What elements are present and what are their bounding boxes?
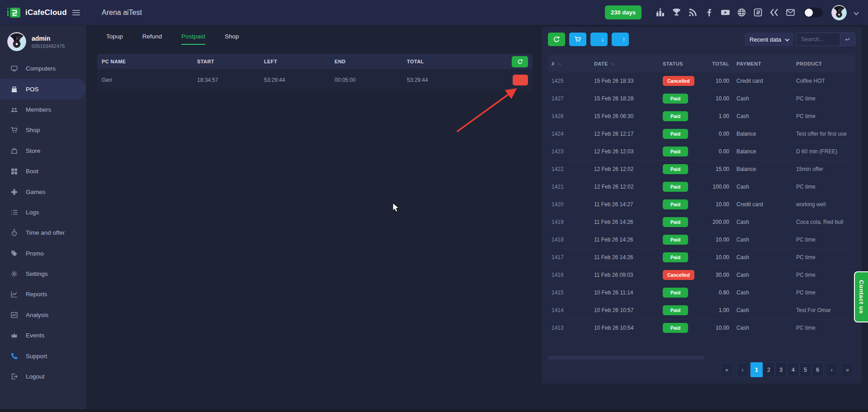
- order-total: 0.60: [711, 289, 729, 296]
- order-total: 0.00: [711, 131, 729, 137]
- theme-toggle[interactable]: [804, 8, 823, 17]
- order-row: 1421 12 Feb 26 12:02 Paid 100.00 Cash PC…: [548, 178, 855, 196]
- sidebar-item-computers[interactable]: Computers: [0, 58, 86, 79]
- postpaid-refresh-button[interactable]: [512, 56, 528, 67]
- tab-topup[interactable]: Topup: [106, 33, 123, 45]
- left-cell: 53:29:44: [264, 77, 335, 83]
- leaderboard-icon[interactable]: [656, 8, 665, 17]
- sort-icon[interactable]: ↑↓: [611, 62, 614, 66]
- page-5[interactable]: 5: [799, 362, 811, 377]
- globe-icon[interactable]: [737, 8, 746, 17]
- page-1[interactable]: 1: [750, 362, 763, 377]
- status-badge: Paid: [663, 217, 688, 227]
- order-payment: Balance: [729, 131, 788, 137]
- cancel-postpaid-button[interactable]: [513, 75, 528, 85]
- status-badge: Paid: [663, 199, 688, 209]
- order-payment: Cash: [729, 113, 788, 119]
- icafecloud-logo-icon: [7, 6, 21, 19]
- order-id: 1426: [552, 113, 591, 119]
- mail-icon[interactable]: [786, 8, 795, 17]
- rss-icon[interactable]: [688, 8, 698, 17]
- chevron-down-icon[interactable]: [854, 10, 859, 15]
- page-first[interactable]: «: [721, 362, 733, 377]
- contact-us-button[interactable]: Contact us: [854, 271, 868, 322]
- order-product: D 60 min (FREE): [788, 148, 852, 155]
- order-total: 10.00: [711, 95, 729, 102]
- order-date: 12 Feb 26 12:03: [591, 148, 659, 155]
- sidebar-item-reports[interactable]: Reports: [0, 284, 86, 304]
- sidebar-item-pos[interactable]: POS: [0, 79, 86, 99]
- page-2[interactable]: 2: [763, 362, 775, 377]
- sidebar-item-members[interactable]: Members: [0, 99, 86, 120]
- order-date: 11 Feb 26 14:26: [591, 254, 659, 260]
- order-row: 1422 12 Feb 26 12:02 Paid 15.00 Balance …: [548, 161, 855, 178]
- sidebar-item-logout[interactable]: Logout: [0, 366, 86, 387]
- main-content: Topup Refund Postpaid Shop PC NAME START…: [86, 25, 868, 412]
- order-row: 1417 11 Feb 26 14:26 Paid 10.00 Cash PC …: [548, 249, 855, 266]
- sidebar-item-boot[interactable]: Boot: [0, 161, 86, 181]
- column-header: PRODUCT ↑↓: [788, 61, 852, 66]
- order-date: 10 Feb 26 10:57: [591, 307, 659, 313]
- horizontal-scrollbar[interactable]: [548, 356, 704, 360]
- page-3[interactable]: 3: [775, 362, 787, 377]
- status-badge: Cancelled: [663, 270, 694, 280]
- search-submit-button[interactable]: ↵: [840, 33, 855, 46]
- sidebar-item-games[interactable]: Games: [0, 181, 86, 202]
- page-4[interactable]: 4: [787, 362, 799, 377]
- status-badge: Paid: [663, 252, 688, 262]
- page-6[interactable]: 6: [811, 362, 824, 377]
- order-product: Test offer for first use: [788, 131, 852, 137]
- order-total: 10.00: [711, 325, 729, 331]
- facebook-icon[interactable]: [704, 8, 714, 17]
- order-id: 1415: [552, 289, 591, 296]
- page-last[interactable]: »: [841, 362, 854, 377]
- column-header: DATE ↑↓: [591, 61, 659, 66]
- sidebar-item-time-and-offer[interactable]: Time and offer: [0, 223, 86, 243]
- sidebar-item-shop[interactable]: Shop: [0, 120, 86, 140]
- column-header: # ↑↓: [552, 61, 591, 66]
- sidebar-item-analysis[interactable]: Analysis: [0, 305, 86, 325]
- sidebar-item-support[interactable]: Support: [0, 346, 86, 366]
- column-header: START: [197, 59, 264, 64]
- icafecloud-app-icon[interactable]: [753, 8, 763, 17]
- tab-shop[interactable]: Shop: [225, 33, 239, 45]
- search-input[interactable]: [797, 33, 840, 46]
- page-next[interactable]: ›: [826, 362, 838, 377]
- download-button[interactable]: ↓: [590, 33, 608, 46]
- license-days-badge[interactable]: 230 days: [605, 5, 642, 19]
- sidebar-avatar[interactable]: [7, 32, 26, 51]
- order-payment: Cash: [729, 289, 788, 296]
- orders-toolbar: ↓ ↑ Recent data ↵: [548, 33, 855, 46]
- cart-button[interactable]: [569, 33, 586, 46]
- sidebar-item-logs[interactable]: Logs: [0, 202, 86, 223]
- tab-postpaid[interactable]: Postpaid: [181, 33, 205, 45]
- sidebar-item-events[interactable]: Events: [0, 325, 86, 346]
- swoosh-logo-icon[interactable]: [769, 8, 779, 17]
- page-prev[interactable]: ‹: [736, 362, 749, 377]
- order-total: 15.00: [711, 166, 729, 172]
- recent-data-select[interactable]: Recent data: [745, 33, 793, 46]
- pagination: « ‹ 1 2 3 4 5 6 › »: [548, 362, 855, 377]
- refresh-button[interactable]: [548, 33, 565, 46]
- status-badge: Paid: [663, 323, 688, 333]
- order-payment: Credit card: [729, 201, 788, 208]
- sidebar-item-settings[interactable]: Settings: [0, 264, 86, 284]
- menu-toggle-icon[interactable]: [72, 9, 80, 17]
- trophy-icon[interactable]: [672, 8, 681, 17]
- order-row: 1425 15 Feb 26 18:33 Cancelled 10.00 Cre…: [548, 72, 855, 90]
- sidebar-nav: Computers POS Members Shop Store: [0, 58, 86, 387]
- sidebar-item-promo[interactable]: Promo: [0, 243, 86, 264]
- order-product: PC time: [788, 254, 852, 260]
- order-payment: Cash: [729, 272, 788, 278]
- pos-tabs: Topup Refund Postpaid Shop: [106, 33, 533, 45]
- tab-refund[interactable]: Refund: [142, 33, 162, 45]
- youtube-icon[interactable]: [721, 8, 730, 17]
- upload-button[interactable]: ↑: [612, 33, 629, 46]
- sort-icon[interactable]: ↑↓: [558, 62, 561, 66]
- column-header: STATUS ↑↓: [659, 61, 711, 66]
- sidebar-item-store[interactable]: Store: [0, 141, 86, 161]
- topbar: iCafeCloud Arena aiTest 230 days: [0, 0, 868, 25]
- user-avatar[interactable]: [831, 5, 847, 20]
- order-row: 1418 11 Feb 26 14:26 Paid 10.00 Cash PC …: [548, 231, 855, 249]
- orders-table-body: 1425 15 Feb 26 18:33 Cancelled 10.00 Cre…: [548, 72, 855, 337]
